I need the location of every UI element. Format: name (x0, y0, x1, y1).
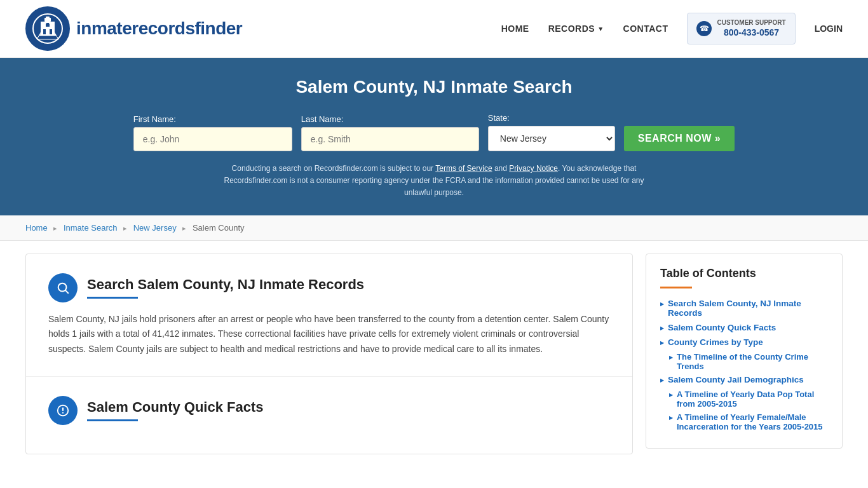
chevron-right-icon: ▸ (669, 391, 673, 399)
toc-item: ▸Salem County Jail Demographics (660, 375, 828, 384)
quick-facts-section: Salem County Quick Facts (26, 377, 632, 454)
first-name-input[interactable] (133, 127, 292, 151)
toc-link[interactable]: ▸County Crimes by Type (660, 337, 828, 347)
legal-text: Conducting a search on Recordsfinder.com… (212, 163, 656, 200)
hero-title: Salem County, NJ Inmate Search (25, 77, 843, 97)
logo-area: inmaterecordsfinder (25, 6, 242, 51)
toc-item: ▸The Timeline of the County Crime Trends (660, 352, 828, 371)
chevron-right-icon: ▸ (660, 300, 664, 308)
search-section-title: Search Salem County, NJ Inmate Records (87, 276, 364, 293)
breadcrumb-inmate-search[interactable]: Inmate Search (64, 223, 118, 233)
right-column: Table of Contents ▸Search Salem County, … (646, 254, 843, 454)
toc-link[interactable]: ▸Salem County Jail Demographics (660, 375, 828, 384)
svg-rect-8 (46, 27, 50, 34)
chevron-right-icon: ▸ (669, 414, 673, 422)
last-name-group: Last Name: (301, 114, 479, 151)
toc-item: ▸A Timeline of Yearly Female/Male Incarc… (660, 412, 828, 431)
breadcrumb-current: Salem County (193, 223, 245, 233)
main-content: Search Salem County, NJ Inmate Records S… (0, 241, 868, 467)
quick-facts-header: Salem County Quick Facts (48, 396, 610, 425)
nav-home[interactable]: HOME (501, 24, 529, 34)
chevron-down-icon: ▼ (597, 25, 604, 32)
chevron-right-icon: ▸ (660, 376, 664, 384)
privacy-link[interactable]: Privacy Notice (509, 164, 558, 173)
left-column: Search Salem County, NJ Inmate Records S… (25, 254, 633, 454)
chevron-right-icon: ▸ (660, 339, 664, 347)
logo-icon (25, 6, 70, 51)
nav-contact[interactable]: CONTACT (623, 24, 668, 34)
state-group: State: New JerseyAlabamaAlaskaArizonaArk… (488, 113, 615, 151)
quick-facts-underline (87, 419, 138, 421)
svg-point-14 (62, 412, 64, 414)
toc-item: ▸County Crimes by Type (660, 337, 828, 347)
toc-box: Table of Contents ▸Search Salem County, … (646, 254, 843, 449)
svg-rect-9 (39, 34, 56, 36)
support-phone: 800-433-0567 (717, 27, 785, 38)
nav-records[interactable]: RECORDS ▼ (548, 24, 604, 34)
search-section-underline (87, 297, 138, 299)
toc-title: Table of Contents (660, 267, 828, 280)
toc-link[interactable]: ▸A Timeline of Yearly Female/Male Incarc… (669, 412, 828, 431)
last-name-input[interactable] (301, 127, 479, 151)
state-label: State: (488, 113, 510, 123)
tos-link[interactable]: Terms of Service (435, 164, 492, 173)
search-section-body: Salem County, NJ jails hold prisoners af… (48, 312, 610, 357)
toc-item: ▸A Timeline of Yearly Data Pop Total fro… (660, 390, 828, 409)
search-section: Search Salem County, NJ Inmate Records S… (26, 254, 632, 377)
state-select[interactable]: New JerseyAlabamaAlaskaArizonaArkansasCa… (488, 126, 615, 151)
site-header: inmaterecordsfinder HOME RECORDS ▼ CONTA… (0, 0, 868, 58)
toc-link[interactable]: ▸Salem County Quick Facts (660, 323, 828, 332)
breadcrumb-home[interactable]: Home (25, 223, 48, 233)
last-name-label: Last Name: (301, 114, 343, 124)
toc-underline (660, 287, 692, 288)
hero-section: Salem County, NJ Inmate Search First Nam… (0, 58, 868, 215)
login-button[interactable]: LOGIN (815, 24, 843, 34)
breadcrumb-new-jersey[interactable]: New Jersey (133, 223, 177, 233)
first-name-group: First Name: (133, 114, 292, 151)
toc-item: ▸Salem County Quick Facts (660, 323, 828, 332)
search-form: First Name: Last Name: State: New Jersey… (25, 113, 843, 151)
first-name-label: First Name: (133, 114, 176, 124)
quick-facts-title: Salem County Quick Facts (87, 399, 264, 416)
svg-line-11 (65, 290, 68, 293)
search-section-header: Search Salem County, NJ Inmate Records (48, 273, 610, 302)
svg-rect-2 (46, 17, 50, 19)
quick-facts-icon (48, 396, 78, 425)
toc-item: ▸Search Salem County, NJ Inmate Records (660, 299, 828, 318)
chevron-right-icon: ▸ (660, 324, 664, 332)
site-logo-text: inmaterecordsfinder (76, 18, 242, 39)
toc-list: ▸Search Salem County, NJ Inmate Records▸… (660, 299, 828, 431)
toc-link[interactable]: ▸The Timeline of the County Crime Trends (669, 352, 828, 371)
support-box[interactable]: ☎ CUSTOMER SUPPORT 800-433-0567 (687, 13, 795, 44)
support-label: CUSTOMER SUPPORT (717, 18, 785, 27)
search-section-icon (48, 273, 78, 302)
headset-icon: ☎ (696, 21, 712, 36)
breadcrumb: Home ▸ Inmate Search ▸ New Jersey ▸ Sale… (0, 215, 868, 241)
main-nav: HOME RECORDS ▼ CONTACT ☎ CUSTOMER SUPPOR… (501, 13, 843, 44)
toc-link[interactable]: ▸Search Salem County, NJ Inmate Records (660, 299, 828, 318)
chevron-right-icon: ▸ (669, 353, 673, 362)
search-button[interactable]: SEARCH NOW » (624, 126, 735, 151)
svg-rect-3 (41, 22, 55, 23)
toc-link[interactable]: ▸A Timeline of Yearly Data Pop Total fro… (669, 390, 828, 409)
